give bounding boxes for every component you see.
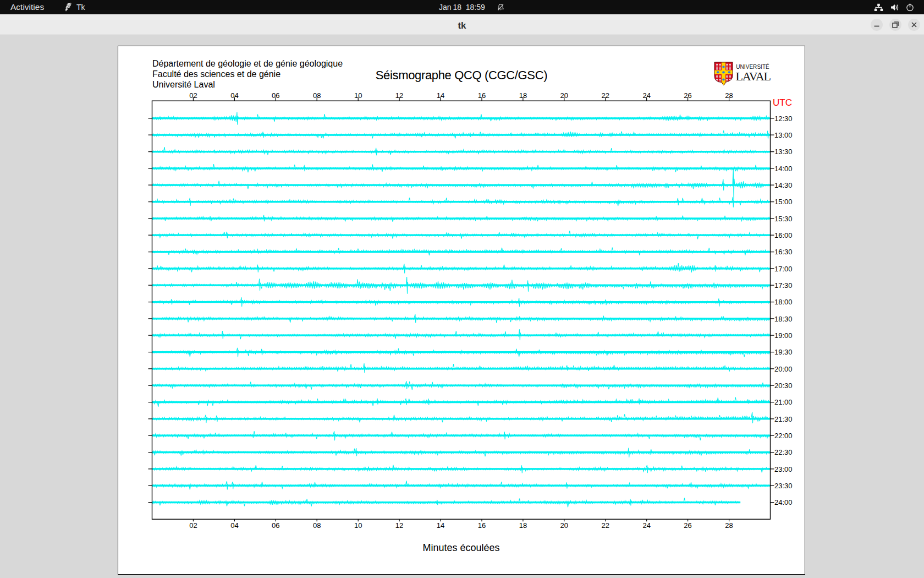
svg-text:12:30: 12:30: [774, 114, 793, 123]
svg-text:19:30: 19:30: [774, 348, 793, 356]
svg-text:14: 14: [437, 521, 444, 530]
svg-text:14: 14: [437, 91, 444, 100]
svg-text:08: 08: [313, 521, 321, 530]
svg-text:16:00: 16:00: [774, 231, 793, 239]
svg-text:13:30: 13:30: [774, 148, 793, 156]
svg-text:19:00: 19:00: [774, 331, 793, 340]
svg-text:Université Laval: Université Laval: [152, 80, 215, 89]
svg-text:18: 18: [519, 91, 527, 100]
svg-text:17:30: 17:30: [774, 281, 793, 290]
svg-text:22: 22: [602, 91, 609, 100]
svg-text:04: 04: [230, 91, 238, 100]
svg-text:15:30: 15:30: [774, 215, 793, 223]
svg-text:08: 08: [313, 91, 321, 100]
svg-text:UTC: UTC: [773, 97, 792, 108]
svg-text:02: 02: [189, 521, 197, 530]
svg-text:16: 16: [478, 521, 486, 530]
svg-text:17:00: 17:00: [774, 265, 793, 273]
svg-text:10: 10: [354, 91, 362, 100]
svg-text:15:00: 15:00: [774, 198, 793, 206]
svg-text:24: 24: [642, 521, 650, 530]
svg-text:23:00: 23:00: [774, 465, 793, 473]
svg-text:14:30: 14:30: [774, 181, 793, 189]
svg-text:21:00: 21:00: [774, 398, 793, 406]
svg-text:Département de géologie et de: Département de géologie et de génie géol…: [152, 59, 343, 68]
svg-text:28: 28: [725, 91, 733, 100]
svg-text:16:30: 16:30: [774, 248, 793, 256]
svg-text:12: 12: [395, 521, 403, 530]
svg-text:18:30: 18:30: [774, 315, 793, 323]
svg-text:20:00: 20:00: [774, 365, 793, 373]
svg-text:18: 18: [519, 521, 527, 530]
svg-text:26: 26: [684, 91, 691, 100]
svg-text:LAVAL: LAVAL: [736, 69, 771, 83]
svg-text:10: 10: [354, 521, 362, 530]
svg-text:Séismographe QCQ (CGC/GSC): Séismographe QCQ (CGC/GSC): [376, 68, 547, 82]
svg-text:14:00: 14:00: [774, 165, 793, 173]
svg-text:20: 20: [560, 521, 568, 530]
svg-text:24: 24: [642, 91, 650, 100]
svg-text:12: 12: [395, 91, 403, 100]
svg-text:02: 02: [189, 91, 197, 100]
svg-text:21:30: 21:30: [774, 415, 793, 423]
svg-text:22:30: 22:30: [774, 448, 793, 456]
svg-text:28: 28: [725, 521, 733, 530]
svg-text:26: 26: [684, 521, 691, 530]
svg-text:06: 06: [272, 521, 279, 530]
svg-text:04: 04: [230, 521, 238, 530]
svg-text:22: 22: [602, 521, 609, 530]
svg-text:13:00: 13:00: [774, 131, 793, 139]
svg-text:16: 16: [478, 91, 486, 100]
svg-text:23:30: 23:30: [774, 482, 793, 490]
svg-text:18:00: 18:00: [774, 298, 793, 306]
svg-text:20: 20: [560, 91, 568, 100]
svg-text:Minutes écoulées: Minutes écoulées: [422, 542, 499, 553]
svg-text:06: 06: [272, 91, 279, 100]
svg-text:24:00: 24:00: [774, 498, 793, 506]
svg-text:Faculté des sciences et de gén: Faculté des sciences et de génie: [152, 69, 280, 79]
svg-text:20:30: 20:30: [774, 381, 793, 390]
svg-text:22:00: 22:00: [774, 432, 793, 440]
